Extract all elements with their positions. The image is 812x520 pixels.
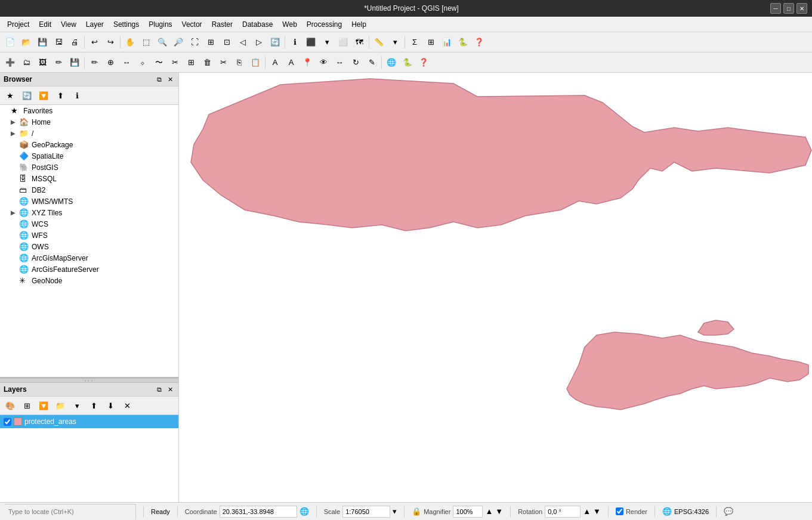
label-show-hide-button[interactable]: 👁	[316, 55, 331, 70]
menu-item-vector[interactable]: Vector	[177, 18, 207, 30]
layers-close-button[interactable]: ✕	[165, 385, 175, 394]
add-layer-button[interactable]: ➕	[2, 55, 18, 70]
menu-item-view[interactable]: View	[56, 18, 81, 30]
menu-item-processing[interactable]: Processing	[302, 18, 347, 30]
cut-features-button[interactable]: ✂	[215, 55, 231, 70]
browser-tree-item[interactable]: 📦 GeoPackage	[0, 139, 178, 150]
refresh-button[interactable]: 🔄	[267, 35, 283, 50]
menu-item-edit[interactable]: Edit	[34, 18, 56, 30]
browser-close-button[interactable]: ✕	[165, 75, 175, 84]
browser-tree-item[interactable]: 🌐 WMS/WMTS	[0, 196, 178, 207]
move-feature-button[interactable]: ↔	[119, 55, 134, 70]
layers-add-group-button[interactable]: 📁	[53, 398, 68, 413]
browser-tree-item[interactable]: 🐘 PostGIS	[0, 162, 178, 173]
menu-item-web[interactable]: Web	[277, 18, 301, 30]
measure-button[interactable]: 📏	[371, 35, 387, 50]
layer-checkbox[interactable]	[4, 418, 11, 426]
open-graph-button[interactable]: 📊	[439, 35, 455, 50]
menu-item-settings[interactable]: Settings	[109, 18, 144, 30]
save-project-button[interactable]: 💾	[35, 35, 50, 50]
browser-refresh-button[interactable]: 🔄	[19, 88, 35, 103]
browser-tree-item[interactable]: 🌐 WFS	[0, 230, 178, 241]
rotation-input[interactable]	[545, 506, 581, 518]
deselect-button[interactable]: ⬜	[335, 35, 351, 50]
messages-icon[interactable]: 💬	[724, 507, 733, 516]
help2-button[interactable]: ❓	[416, 55, 431, 70]
zoom-next-button[interactable]: ▷	[251, 35, 267, 50]
pan-button[interactable]: ✋	[122, 35, 138, 50]
layers-open-styler-button[interactable]: 🎨	[2, 398, 18, 413]
minimize-button[interactable]: ─	[770, 3, 781, 14]
magnifier-input[interactable]	[453, 506, 483, 518]
panel-resizer[interactable]	[0, 378, 178, 383]
open-table-button[interactable]: ⊞	[423, 35, 439, 50]
paste-features-button[interactable]: 📋	[248, 55, 263, 70]
label-change-button[interactable]: ✎	[364, 55, 379, 70]
browser-tree-item[interactable]: ▶ 🏠 Home	[0, 116, 178, 128]
merge-features-button[interactable]: ⊞	[183, 55, 199, 70]
browser-float-button[interactable]: ⧉	[155, 75, 164, 84]
add-feature-button[interactable]: ⊕	[103, 55, 118, 70]
browser-filter-button[interactable]: 🔽	[36, 88, 51, 103]
layers-move-down-button[interactable]: ⬇	[103, 398, 118, 413]
layers-filter-button[interactable]: 🔽	[36, 398, 51, 413]
render-checkbox[interactable]	[616, 507, 623, 515]
split-features-button[interactable]: ✂	[167, 55, 183, 70]
menu-item-database[interactable]: Database	[237, 18, 277, 30]
reshape-button[interactable]: 〜	[151, 55, 166, 70]
layers-manage-button[interactable]: ▾	[69, 398, 85, 413]
layer-item[interactable]: protected_areas	[0, 415, 178, 428]
menu-item-raster[interactable]: Raster	[207, 18, 237, 30]
delete-selected-button[interactable]: 🗑	[199, 55, 215, 70]
browser-tree-item[interactable]: 🌐 OWS	[0, 241, 178, 252]
maximize-button[interactable]: □	[783, 3, 794, 14]
label-move-button[interactable]: ↔	[332, 55, 347, 70]
node-tool-button[interactable]: ⬦	[135, 55, 150, 70]
menu-item-plugins[interactable]: Plugins	[144, 18, 177, 30]
rotation-arrow-down[interactable]: ▼	[593, 507, 601, 516]
select-menu-button[interactable]: ▾	[319, 35, 335, 50]
browser-tree-item[interactable]: ★ Favorites	[0, 105, 178, 116]
add-vector-layer-button[interactable]: 🗂	[18, 55, 34, 70]
browser-tree-item[interactable]: 🗃 DB2	[0, 184, 178, 196]
browser-add-favorites-button[interactable]: ★	[2, 88, 18, 103]
zoom-out-button[interactable]: 🔎	[171, 35, 186, 50]
close-button[interactable]: ✕	[796, 3, 807, 14]
labeling2-button[interactable]: A	[283, 55, 299, 70]
save-as-button[interactable]: 🖫	[51, 35, 66, 50]
print-button[interactable]: 🖨	[67, 35, 82, 50]
labeling-button[interactable]: A	[267, 55, 283, 70]
map-canvas[interactable]	[179, 73, 812, 502]
browser-collapse-button[interactable]: ⬆	[53, 88, 68, 103]
edit-button[interactable]: ✏	[51, 55, 66, 70]
label-rotate-button[interactable]: ↻	[348, 55, 363, 70]
layers-remove-button[interactable]: ✕	[119, 398, 135, 413]
magnifier-arrow-up[interactable]: ▲	[485, 507, 493, 516]
scale-input[interactable]	[342, 506, 390, 518]
label-pin-button[interactable]: 📍	[300, 55, 315, 70]
browser-tree-item[interactable]: 🌐 ArcGisFeatureServer	[0, 264, 178, 275]
scale-dropdown-icon[interactable]: ▾	[393, 507, 397, 516]
digitize-feature-button[interactable]: ✏	[87, 55, 102, 70]
browser-tree-item[interactable]: 🌐 ArcGisMapServer	[0, 252, 178, 264]
new-project-button[interactable]: 📄	[2, 35, 18, 50]
menu-item-help[interactable]: Help	[347, 18, 371, 30]
layers-move-up-button[interactable]: ⬆	[86, 398, 101, 413]
browser-tree-item[interactable]: 🗄 MSSQL	[0, 173, 178, 184]
browser-tree-item[interactable]: ▶ 📁 /	[0, 128, 178, 139]
copy-features-button[interactable]: ⎘	[231, 55, 247, 70]
save-edits-button[interactable]: 💾	[67, 55, 82, 70]
undo-button[interactable]: ↩	[87, 35, 102, 50]
browser-tree-item[interactable]: 🔷 SpatiaLite	[0, 150, 178, 162]
open-project-button[interactable]: 📂	[18, 35, 34, 50]
wms-button[interactable]: 🌐	[384, 55, 399, 70]
select-by-location-button[interactable]: 🗺	[351, 35, 367, 50]
statistical-summary-button[interactable]: Σ	[407, 35, 422, 50]
browser-tree-item[interactable]: ▶ 🌐 XYZ Tiles	[0, 207, 178, 218]
locate-input[interactable]	[8, 508, 132, 515]
layers-open-table-button[interactable]: ⊞	[19, 398, 35, 413]
zoom-to-selection-button[interactable]: ⊞	[203, 35, 218, 50]
browser-tree-item[interactable]: 🌐 WCS	[0, 218, 178, 230]
redo-button[interactable]: ↪	[103, 35, 118, 50]
browser-properties-button[interactable]: ℹ	[69, 88, 85, 103]
